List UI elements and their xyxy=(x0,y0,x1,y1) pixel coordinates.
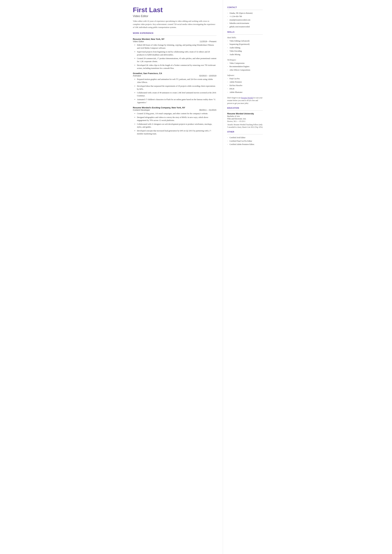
job-1-title: Video Editor xyxy=(133,40,144,43)
list-item: Video Compression xyxy=(227,62,263,65)
list-item: Certified Final Cut Pro Editor xyxy=(227,140,263,142)
list-item: Adobe Premiere xyxy=(227,81,263,83)
candidate-name: First Last xyxy=(133,6,217,14)
left-column: First Last Video Editor Video editor wit… xyxy=(125,0,223,554)
job-3-title-date: Content Developer 06/2011 – 01/2015 xyxy=(133,109,217,111)
resume-container: First Last Video Editor Video editor wit… xyxy=(125,0,267,554)
list-item: Animated 17 children's characters in Fla… xyxy=(134,98,217,104)
job-1-title-date: Video Editor 11/2019 – Present xyxy=(133,40,217,43)
list-item: Collaborated with a team of 49 animators… xyxy=(134,91,217,97)
job-1-company: Resume Worded, New York, NY xyxy=(133,38,217,40)
techniques-label: Techniques: xyxy=(227,59,263,61)
promo-pre: Don't forget to use xyxy=(227,97,241,99)
edu-field: Film and Electronic Arts xyxy=(227,118,263,120)
list-item: Video Encoding xyxy=(227,50,263,52)
work-experience-heading: WORK EXPERIENCE xyxy=(133,32,217,34)
promo-text: Don't forget to use Resume Worded to sca… xyxy=(227,97,263,105)
list-item: Adobe Illustrator xyxy=(227,91,263,94)
list-item: DaVinci Resolve xyxy=(227,84,263,87)
list-item: Designed infographics and videos to conv… xyxy=(134,116,217,122)
list-item: Omaha, NE (Open to Remote) xyxy=(227,12,263,14)
candidate-title: Video Editor xyxy=(133,14,217,18)
list-item: linkedin.com/in/username xyxy=(227,22,263,25)
promo-link[interactable]: Resume Worded xyxy=(241,97,253,99)
contact-heading: CONTACT xyxy=(227,6,263,8)
other-list: Certified Avid Editor Certified Final Cu… xyxy=(227,136,263,146)
list-item: Audio Mixing xyxy=(227,53,263,56)
other-heading: OTHER xyxy=(227,131,263,133)
list-item: Audio Editing xyxy=(227,46,263,49)
techniques-list: Video Compression Recommendation Engines… xyxy=(227,62,263,71)
list-item: +1-234-456-789 xyxy=(227,15,263,18)
education-heading: EDUCATION xyxy=(227,107,263,109)
list-item: Supervised projects from beginning to en… xyxy=(134,50,217,56)
list-item: Developed ideas that surpassed the requi… xyxy=(134,85,217,91)
candidate-summary: Video editor with 10 years of experience… xyxy=(133,20,217,29)
list-item: Recommendation Engines xyxy=(227,65,263,68)
job-3-company: Resume Worded's Exciting Company, New Yo… xyxy=(133,106,217,109)
job-2-title-date: Animator 02/2015 – 10/2019 xyxy=(133,75,217,77)
education-divider xyxy=(227,110,263,111)
list-item: Developed concepts that increased lead g… xyxy=(134,129,217,135)
edu-degree: Bachelor of Arts xyxy=(227,115,263,118)
list-item: Prepared motion graphics and animation f… xyxy=(134,78,217,84)
list-item: Developed 2K video clips to fit the leng… xyxy=(134,64,217,70)
list-item: Created 29 commercials, 17 product demon… xyxy=(134,57,217,63)
list-item: email@resumeworded.com xyxy=(227,19,263,21)
list-item: Edited 200 hours of video footage by tri… xyxy=(134,44,217,49)
right-column: CONTACT Omaha, NE (Open to Remote) +1-23… xyxy=(223,0,267,554)
job-2-header: Growthsi, San Francisco, CA Animator 02/… xyxy=(133,72,217,77)
list-item: After Effects Compositions xyxy=(227,69,263,71)
list-item: Final Cut Pro xyxy=(227,77,263,80)
contact-list: Omaha, NE (Open to Remote) +1-234-456-78… xyxy=(227,12,263,28)
edu-school: Resume Worded University xyxy=(227,112,263,115)
job-1-header: Resume Worded, New York, NY Video Editor… xyxy=(133,38,217,43)
list-item: Created 32 blog posts, 116 email campaig… xyxy=(134,112,217,115)
list-item: Certified Adobe Premiere Editor. xyxy=(227,143,263,146)
list-item: github.com/resumeworded xyxy=(227,25,263,28)
job-1-bullets: Edited 200 hours of video footage by tri… xyxy=(133,44,217,70)
hard-skills-list: Video Editing (Advanced) Sequencing (Exp… xyxy=(227,40,263,56)
list-item: DSLR xyxy=(227,87,263,90)
job-3-bullets: Created 32 blog posts, 116 email campaig… xyxy=(133,112,217,135)
work-experience-divider xyxy=(133,35,217,36)
edu-location-date: Boston, MA — 05/2011 xyxy=(227,120,263,123)
list-item: Certified Avid Editor xyxy=(227,136,263,139)
other-divider xyxy=(227,134,263,134)
job-2-date: 02/2015 – 10/2019 xyxy=(199,75,216,77)
list-item: Collaborated with 21 designers on web de… xyxy=(134,123,217,129)
job-3-date: 06/2011 – 01/2015 xyxy=(199,109,216,111)
job-1-date: 11/2019 – Present xyxy=(200,40,216,43)
hard-skills-label: Hard Skills: xyxy=(227,36,263,39)
list-item: Sequencing (Experienced) xyxy=(227,43,263,46)
edu-awards: Awards: Resume Worded Teaching Fellow (o… xyxy=(227,123,263,129)
list-item: Video Editing (Advanced) xyxy=(227,40,263,42)
software-list: Final Cut Pro Adobe Premiere DaVinci Res… xyxy=(227,77,263,94)
job-3-title: Content Developer xyxy=(133,109,150,111)
skills-heading: SKILLS xyxy=(227,31,263,33)
software-label: Software: xyxy=(227,74,263,77)
job-3-header: Resume Worded's Exciting Company, New Yo… xyxy=(133,106,217,111)
job-2-company: Growthsi, San Francisco, CA xyxy=(133,72,217,75)
job-2-title: Animator xyxy=(133,75,141,77)
job-2-bullets: Prepared motion graphics and animation f… xyxy=(133,78,217,104)
